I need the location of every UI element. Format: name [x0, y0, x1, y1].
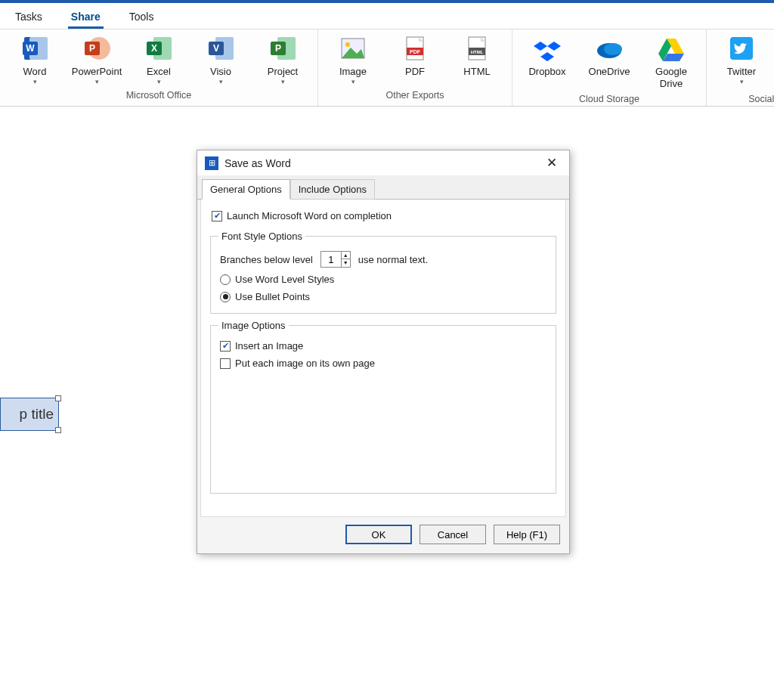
ribbon-visio-button[interactable]: V Visio ▾ — [197, 34, 245, 85]
ribbon-group-cloud: Dropbox OneDrive Google Drive Cloud Stor… — [512, 29, 707, 106]
svg-text:P: P — [275, 43, 281, 54]
dropdown-arrow-icon: ▾ — [33, 78, 37, 86]
svg-text:PDF: PDF — [410, 49, 421, 54]
ribbon-html-button[interactable]: HTML HTML — [453, 34, 501, 85]
ribbon-pdf-label: PDF — [405, 66, 425, 78]
ok-button[interactable]: OK — [345, 525, 412, 544]
powerpoint-icon: P — [82, 34, 111, 63]
ribbon-word-button[interactable]: W Word ▾ — [11, 34, 59, 85]
resize-handle[interactable] — [55, 427, 61, 433]
menu-tasks[interactable]: Tasks — [9, 6, 48, 29]
svg-point-31 — [604, 43, 622, 55]
ribbon-pdf-button[interactable]: PDF PDF — [391, 34, 439, 85]
ribbon-twitter-label: Twitter — [727, 66, 756, 78]
ribbon-dropbox-label: Dropbox — [528, 66, 565, 78]
use-word-level-styles-radio[interactable] — [220, 274, 231, 285]
ribbon-group-exports: Image ▾ PDF PDF HTML HTML Other Exports — [318, 29, 512, 106]
twitter-icon — [727, 34, 756, 63]
excel-icon: X — [144, 34, 173, 63]
dropdown-arrow-icon: ▾ — [740, 78, 744, 86]
insert-image-checkbox[interactable]: ✔ — [220, 341, 231, 352]
ribbon-visio-label: Visio — [210, 66, 231, 78]
spinner-down-icon[interactable]: ▼ — [342, 259, 350, 266]
ribbon-html-label: HTML — [463, 66, 490, 78]
dropdown-arrow-icon: ▾ — [219, 78, 223, 86]
svg-marker-27 — [534, 42, 547, 51]
svg-text:W: W — [26, 43, 35, 54]
branches-suffix-label: use normal text. — [358, 254, 429, 265]
map-title-text: p title — [20, 406, 54, 422]
ribbon-excel-button[interactable]: X Excel ▾ — [135, 34, 183, 85]
svg-marker-29 — [540, 52, 554, 61]
ribbon-image-button[interactable]: Image ▾ — [329, 34, 377, 85]
cancel-button[interactable]: Cancel — [420, 525, 486, 544]
dropbox-icon — [533, 34, 562, 63]
dialog-body: ✔ Launch Microsoft Word on completion Fo… — [200, 200, 566, 517]
ribbon-group-office: W Word ▾ P PowerPoint ▾ X Excel ▾ V Visi… — [0, 29, 318, 106]
menubar: Tasks Share Tools — [0, 3, 774, 29]
launch-word-label: Launch Microsoft Word on completion — [227, 210, 392, 221]
dialog-titlebar[interactable]: ⊞ Save as Word ✕ — [197, 150, 569, 175]
tab-general-options[interactable]: General Options — [202, 179, 290, 200]
use-word-level-styles-label: Use Word Level Styles — [235, 274, 334, 285]
save-as-word-dialog: ⊞ Save as Word ✕ General Options Include… — [197, 150, 570, 554]
branches-level-spinner[interactable]: ▲ ▼ — [320, 251, 351, 268]
dialog-footer: OK Cancel Help (F1) — [197, 517, 569, 553]
project-icon: P — [268, 34, 297, 63]
dropdown-arrow-icon: ▾ — [351, 78, 355, 86]
font-style-options-group: Font Style Options Branches below level … — [210, 231, 556, 314]
ribbon-powerpoint-button[interactable]: P PowerPoint ▾ — [73, 34, 121, 85]
google-drive-icon — [657, 34, 686, 63]
menu-share[interactable]: Share — [65, 6, 107, 29]
each-image-own-page-checkbox[interactable] — [220, 358, 231, 369]
resize-handle[interactable] — [55, 395, 61, 401]
ribbon-onedrive-label: OneDrive — [589, 66, 630, 78]
spinner-up-icon[interactable]: ▲ — [342, 252, 350, 259]
ribbon-group-social-label: Social Media — [748, 92, 774, 104]
ribbon-group-exports-label: Other Exports — [385, 88, 444, 101]
ribbon-gdrive-button[interactable]: Google Drive — [647, 34, 695, 89]
dialog-title-text: Save as Word — [224, 157, 291, 169]
dropdown-arrow-icon: ▾ — [95, 78, 99, 86]
menu-tools[interactable]: Tools — [123, 6, 160, 29]
svg-text:HTML: HTML — [471, 50, 484, 54]
branches-below-level-label: Branches below level — [220, 254, 313, 265]
ribbon-word-label: Word — [23, 66, 47, 78]
svg-text:X: X — [151, 43, 157, 54]
dialog-title-icon: ⊞ — [205, 156, 218, 170]
font-style-options-legend: Font Style Options — [218, 231, 305, 242]
close-button[interactable]: ✕ — [542, 155, 562, 171]
ribbon-image-label: Image — [339, 66, 367, 78]
launch-word-checkbox[interactable]: ✔ — [212, 211, 222, 221]
onedrive-icon — [595, 34, 624, 63]
ribbon-onedrive-button[interactable]: OneDrive — [585, 34, 633, 89]
use-bullet-points-radio[interactable] — [220, 292, 231, 302]
each-image-own-page-label: Put each image on its own page — [235, 358, 375, 369]
dialog-tabs: General Options Include Options — [197, 175, 569, 200]
ribbon-project-button[interactable]: P Project ▾ — [259, 34, 307, 85]
ribbon: W Word ▾ P PowerPoint ▾ X Excel ▾ V Visi… — [0, 29, 774, 107]
ribbon-group-social: Twitter ▾ f Send To Facebook Social Medi… — [707, 29, 774, 106]
ribbon-excel-label: Excel — [147, 66, 171, 78]
image-icon — [339, 34, 367, 63]
svg-text:V: V — [213, 43, 219, 54]
ribbon-group-office-label: Microsoft Office — [126, 88, 192, 101]
ribbon-dropbox-button[interactable]: Dropbox — [523, 34, 571, 89]
ribbon-project-label: Project — [268, 66, 298, 78]
ribbon-twitter-button[interactable]: Twitter ▾ — [717, 34, 766, 89]
dropdown-arrow-icon: ▾ — [157, 78, 161, 86]
help-button[interactable]: Help (F1) — [494, 525, 560, 544]
branches-level-input[interactable] — [321, 252, 341, 267]
image-options-legend: Image Options — [218, 320, 289, 331]
tab-include-options[interactable]: Include Options — [290, 179, 375, 200]
image-options-group: Image Options ✔ Insert an Image Put each… — [210, 320, 556, 494]
ribbon-group-cloud-label: Cloud Storage — [579, 92, 639, 104]
ribbon-gdrive-label: Google Drive — [647, 66, 695, 89]
insert-image-label: Insert an Image — [235, 340, 303, 352]
svg-point-18 — [345, 42, 350, 47]
pdf-icon: PDF — [401, 34, 429, 63]
map-title-shape[interactable]: p title — [0, 398, 59, 431]
visio-icon: V — [206, 34, 235, 63]
ribbon-powerpoint-label: PowerPoint — [72, 66, 122, 78]
use-bullet-points-label: Use Bullet Points — [235, 291, 310, 302]
